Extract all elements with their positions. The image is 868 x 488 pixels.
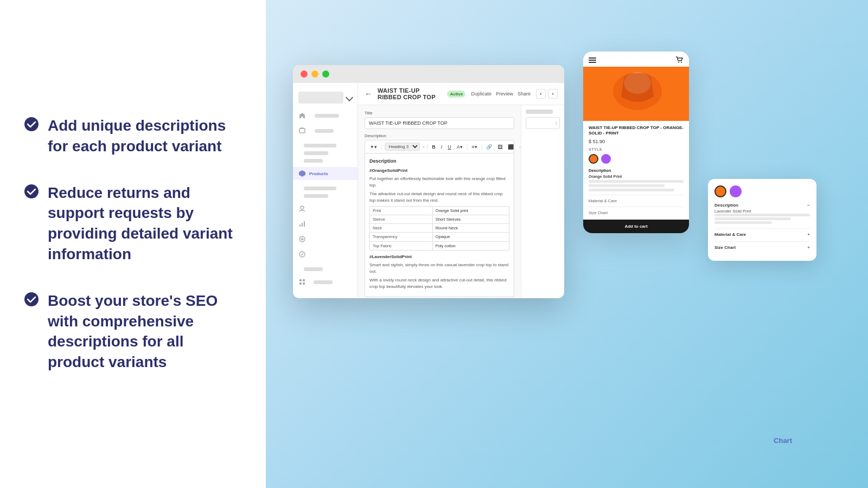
bold-btn[interactable]: B <box>430 144 437 150</box>
svg-point-1 <box>24 184 39 198</box>
popup-size-section: Size Chart + <box>714 245 810 250</box>
sidebar-item-discounts[interactable] <box>293 248 358 261</box>
description-label: Description <box>365 133 514 138</box>
toolbar-plugin-btn[interactable]: ✦▾ <box>368 144 379 150</box>
title-label: Title <box>365 111 514 115</box>
variant-table: Print Orange Solid print Sleeve Short Sl… <box>369 206 509 251</box>
link-btn[interactable]: 🔗 <box>484 144 494 150</box>
title-input[interactable]: WAIST TIE-UP RIBBED CROP TOP <box>365 117 514 129</box>
browser-content: Products <box>293 83 564 298</box>
sidebar-bar-2 <box>304 151 328 155</box>
active-badge: Active <box>447 91 465 98</box>
close-button-dot[interactable] <box>301 70 308 78</box>
variant2-id: #LavenderSolidPrint <box>369 254 509 260</box>
check-icon-2 <box>24 184 39 199</box>
table-row: Print Orange Solid print <box>370 206 509 215</box>
hamburger-icon[interactable] <box>589 57 596 63</box>
variant2-para1: Smart and stylish, simply throw on this … <box>369 262 509 275</box>
next-button[interactable]: › <box>548 89 558 99</box>
description-toolbar: ✦▾ | Heading 3 ▾ | B I U A▾ <box>365 140 514 153</box>
desc-heading: Description <box>369 158 509 165</box>
popup-divider-2 <box>714 241 810 242</box>
share-button[interactable]: Share <box>518 91 531 97</box>
val-neck: Round Neck <box>432 224 509 233</box>
feature-item-3: Boost your store's SEO with comprehensiv… <box>24 291 242 373</box>
orders-icon <box>298 127 306 134</box>
sidebar-bar-1 <box>304 144 336 147</box>
popup-size-chevron[interactable]: + <box>807 245 810 250</box>
left-panel: Add unique descriptions for each product… <box>0 0 266 488</box>
sidebar-item-customers[interactable] <box>293 202 358 215</box>
color-btn[interactable]: A▾ <box>455 144 464 150</box>
sidebar-item-products[interactable]: Products <box>293 167 358 180</box>
prev-button[interactable]: ‹ <box>536 89 546 99</box>
meta-bar-1 <box>526 110 553 114</box>
apps-icon <box>298 278 306 286</box>
meta-select[interactable]: ⁝ <box>526 117 560 129</box>
sidebar-item-analytics[interactable] <box>293 217 358 230</box>
popup-swatch-orange[interactable] <box>714 185 726 197</box>
svg-rect-6 <box>302 223 303 227</box>
sidebar-orders-bar <box>315 129 334 133</box>
cart-icon[interactable] <box>675 56 684 65</box>
table-row: Top Fabric Poly cotton <box>370 241 509 250</box>
popup-line-2 <box>714 217 791 220</box>
sidebar-item-orders[interactable] <box>293 124 358 137</box>
feature-text-3: Boost your store's SEO with comprehensiv… <box>48 291 242 373</box>
attr-sleeve: Sleeve <box>370 215 433 223</box>
browser-window: Products <box>293 65 564 298</box>
image-btn[interactable]: 🖼 <box>496 144 504 150</box>
minimize-button-dot[interactable] <box>311 70 318 78</box>
back-button[interactable]: ← <box>365 89 372 98</box>
app-sidebar: Products <box>293 83 358 298</box>
home-icon <box>298 112 306 119</box>
sidebar-item-home[interactable] <box>293 109 358 122</box>
dropdown-arrow-icon <box>346 94 353 101</box>
italic-btn[interactable]: I <box>439 144 444 150</box>
editor-area: ← WAIST TIE-UP RIBBED CROP TOP Active Du… <box>358 83 564 298</box>
product-image <box>583 67 689 121</box>
sidebar-top <box>293 88 358 107</box>
popup-line-3 <box>714 221 772 224</box>
browser-titlebar <box>293 65 564 83</box>
topbar-nav: ‹ › <box>536 89 558 99</box>
hamburger-line-2 <box>589 60 596 61</box>
popup-desc-section: Description − Lavender Solid Print <box>714 203 810 224</box>
card-desc-label: Description <box>589 168 684 173</box>
heading-select[interactable]: Heading 3 <box>385 143 420 151</box>
popup-swatches <box>714 185 810 197</box>
popup-material-chevron[interactable]: + <box>807 232 810 237</box>
preview-button[interactable]: Preview <box>496 91 513 97</box>
popup-desc-chevron[interactable]: − <box>807 203 810 208</box>
product-title: WAIST TIE-UP RIBBED CROP TOP <box>378 87 442 100</box>
popup-material-header: Material & Care + <box>714 232 810 237</box>
underline-btn[interactable]: U <box>446 144 453 150</box>
swatch-orange[interactable] <box>589 154 598 164</box>
hamburger-line-3 <box>589 62 596 63</box>
swatch-purple[interactable] <box>601 154 611 164</box>
svg-rect-3 <box>299 129 305 133</box>
table-row: Sleeve Short Sleeves <box>370 215 509 223</box>
sidebar-footer <box>293 275 358 288</box>
sidebar-bar-7 <box>314 280 333 284</box>
editor-main: Title WAIST TIE-UP RIBBED CROP TOP Descr… <box>358 105 521 298</box>
popup-swatch-purple[interactable] <box>730 185 742 197</box>
svg-point-14 <box>678 62 679 63</box>
attr-print: Print <box>370 206 433 215</box>
variant1-para1: Put together an effortlessly fashionable… <box>369 176 509 189</box>
maximize-button-dot[interactable] <box>322 70 329 78</box>
svg-point-2 <box>24 292 39 306</box>
meta-panel: ⁝ <box>521 105 564 298</box>
val-sleeve: Short Sleeves <box>432 215 509 223</box>
sidebar-item-marketing[interactable] <box>293 233 358 246</box>
store-dropdown[interactable] <box>298 92 343 104</box>
analytics-icon <box>298 220 306 228</box>
product-image-svg <box>583 67 689 121</box>
video-btn[interactable]: ⬛ <box>506 144 515 150</box>
add-to-cart-button[interactable]: Add to cart <box>583 220 689 233</box>
svg-point-0 <box>24 117 39 131</box>
duplicate-button[interactable]: Duplicate <box>471 91 492 97</box>
sidebar-bar-4 <box>304 187 336 190</box>
align-btn[interactable]: ≡▾ <box>470 144 478 150</box>
card-body: WAIST TIE-UP RIBBED CROP TOP - ORANGE- S… <box>583 121 689 220</box>
